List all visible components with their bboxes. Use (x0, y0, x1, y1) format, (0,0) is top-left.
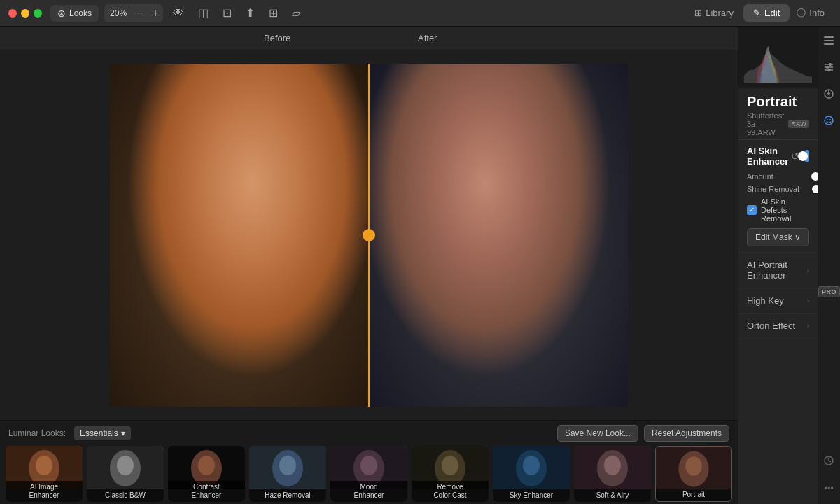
crop-button[interactable]: ⊡ (218, 4, 236, 22)
svg-rect-29 (824, 43, 834, 45)
portrait-title: Portrait (747, 94, 809, 110)
ai-skin-enhancer-section: AI Skin Enhancer ↺ Amount 100 Shine Remo… (738, 140, 818, 253)
svg-line-43 (829, 461, 831, 462)
info-icon: ⓘ (797, 7, 806, 20)
svg-point-8 (198, 456, 215, 475)
image-viewport[interactable] (0, 50, 738, 420)
essentials-label: Essentials (80, 428, 118, 438)
sliders-icon (822, 61, 835, 76)
svg-point-23 (604, 456, 621, 475)
looks-button[interactable]: ⊛ Looks (50, 5, 99, 22)
tab-library[interactable]: ⊞ Library (685, 4, 743, 22)
adjustments-tool-button[interactable] (819, 59, 839, 78)
section-title: AI Skin Enhancer (747, 146, 788, 167)
skin-defects-checkbox-row: ✓ AI Skin Defects Removal (747, 197, 809, 223)
grid-button[interactable]: ⊞ (265, 4, 282, 22)
svg-point-37 (827, 92, 830, 95)
svg-point-40 (830, 119, 831, 120)
looks-icon: ⊛ (57, 8, 66, 19)
nav-tabs: ⊞ Library ✎ Edit ⓘ Info (685, 4, 832, 23)
high-key-section[interactable]: High Key › (738, 288, 818, 314)
zoom-control: 20% − + (104, 4, 163, 22)
after-label: After (418, 33, 437, 43)
compare-button[interactable]: ▱ (288, 4, 304, 22)
ai-portrait-title: AI Portrait Enhancer (747, 260, 807, 281)
image-before (110, 64, 369, 407)
edit-mask-button[interactable]: Edit Mask ∨ (747, 228, 809, 246)
svg-point-38 (825, 116, 833, 125)
share-button[interactable]: ⬆ (241, 4, 259, 22)
zoom-out-button[interactable]: − (132, 4, 148, 22)
look-remove-color-cast[interactable]: RemoveColor Cast (412, 446, 489, 502)
tab-info[interactable]: ⓘ Info (790, 4, 832, 23)
reset-adjustments-button[interactable]: Reset Adjustments (644, 425, 729, 442)
portrait-filename-row: Shutterfest 3a-99.ARW RAW (747, 111, 809, 136)
portrait-before-render (110, 64, 369, 407)
zoom-level[interactable]: 20% (104, 6, 132, 21)
luminar-looks-label: Luminar Looks: (8, 428, 66, 438)
high-key-title: High Key (747, 295, 784, 306)
look-ai-image-enhancer[interactable]: AI ImageEnhancer (6, 446, 83, 502)
thumb-bw-image (87, 446, 164, 489)
skin-defects-label: AI Skin Defects Removal (761, 197, 809, 223)
svg-point-33 (829, 63, 832, 66)
close-button[interactable] (8, 9, 17, 18)
before-label: Before (264, 33, 290, 43)
before-after-bar: Before After (0, 27, 738, 50)
looks-header: Luminar Looks: Essentials ▾ Save New Loo… (0, 421, 738, 446)
orton-effect-section[interactable]: Orton Effect › (738, 314, 818, 339)
section-toggle[interactable] (805, 150, 809, 162)
essentials-dropdown[interactable]: Essentials ▾ (74, 426, 131, 440)
color-tool-button[interactable] (819, 85, 839, 105)
portrait-after-render (369, 64, 628, 407)
split-handle[interactable] (363, 229, 375, 241)
portrait-tool-button[interactable] (819, 112, 839, 132)
more-options-button[interactable]: ••• (819, 479, 839, 498)
thumb-contrast-label: ContrastEnhancer (168, 481, 245, 502)
split-view-button[interactable]: ◫ (194, 4, 213, 22)
look-portrait[interactable]: Portrait (655, 446, 732, 502)
thumb-remove-color-label: RemoveColor Cast (412, 481, 489, 502)
svg-point-20 (523, 456, 540, 475)
history-button[interactable] (819, 452, 839, 472)
thumb-haze-image (249, 446, 326, 489)
thumb-portrait-label: Portrait (656, 489, 732, 501)
histogram-chart (744, 41, 812, 83)
face-icon (822, 114, 835, 130)
thumb-portrait-image (656, 447, 732, 490)
minimize-button[interactable] (21, 9, 29, 18)
layers-tool-button[interactable] (819, 32, 839, 52)
look-soft-airy[interactable]: Soft & Airy (574, 446, 651, 502)
look-classic-bw[interactable]: Classic B&W (87, 446, 164, 502)
eye-tool-button[interactable]: 👁 (169, 4, 188, 22)
thumb-sky-image (493, 446, 570, 489)
toolbar-tools: 👁 ◫ ⊡ ⬆ ⊞ ▱ (169, 4, 304, 22)
edge-panel: PRO ••• (818, 27, 840, 504)
look-sky-enhancer[interactable]: Sky Enhancer (493, 446, 570, 502)
image-container (110, 64, 628, 407)
look-haze-removal[interactable]: Haze Removal (249, 446, 326, 502)
amount-thumb[interactable] (811, 172, 818, 181)
maximize-button[interactable] (34, 9, 42, 18)
pro-badge: PRO (818, 286, 840, 298)
save-new-look-button[interactable]: Save New Look... (557, 425, 638, 442)
ai-portrait-enhancer-section[interactable]: AI Portrait Enhancer › (738, 253, 818, 288)
tab-edit[interactable]: ✎ Edit (743, 4, 790, 22)
split-divider (368, 64, 370, 407)
orton-effect-header: Orton Effect › (747, 321, 809, 331)
svg-point-11 (279, 456, 296, 475)
skin-defects-checkbox[interactable]: ✓ (747, 205, 757, 215)
shine-thumb[interactable] (812, 185, 818, 193)
layers-icon (822, 34, 835, 50)
titlebar: ⊛ Looks 20% − + 👁 ◫ ⊡ ⬆ ⊞ ▱ ⊞ Library ✎ … (0, 0, 840, 27)
dots-icon: ••• (825, 484, 834, 493)
svg-point-26 (685, 456, 702, 475)
chevron-right-icon-2: › (807, 297, 809, 304)
thumb-bw-label: Classic B&W (87, 489, 164, 502)
canvas-area: Before After Luminar Looks: (0, 27, 738, 504)
zoom-in-button[interactable]: + (148, 4, 163, 22)
look-mood-enhancer[interactable]: MoodEnhancer (330, 446, 407, 502)
checkmark-icon: ✓ (749, 206, 755, 214)
ai-portrait-header: AI Portrait Enhancer › (747, 260, 809, 281)
look-contrast-enhancer[interactable]: ContrastEnhancer (168, 446, 245, 502)
